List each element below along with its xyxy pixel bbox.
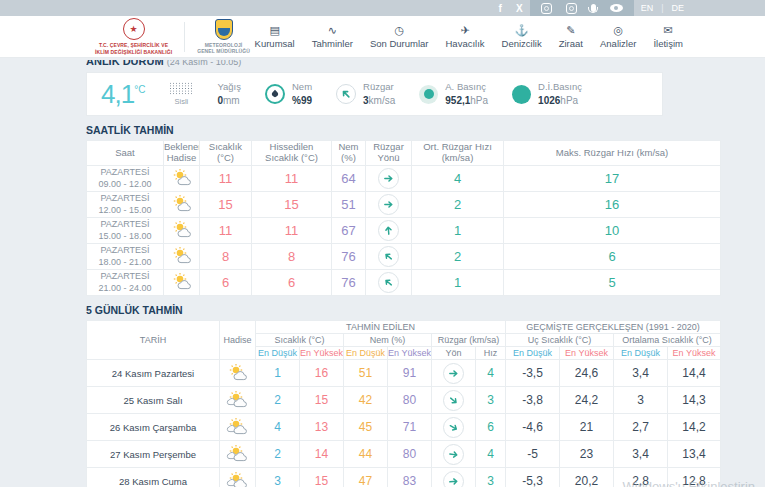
nav-item-son-durumlar[interactable]: ◷ Son Durumlar — [370, 25, 429, 49]
temp-max-cell: 13 — [300, 414, 344, 441]
avg-wind-cell: 1 — [412, 270, 504, 296]
max-wind-cell: 10 — [504, 218, 721, 244]
hour-range: PAZARTESİ09.00 - 12.00 — [87, 166, 164, 192]
wind-direction-cell — [432, 468, 476, 487]
magnifier-icon: ◎ — [613, 25, 623, 36]
wind-arrow-icon — [383, 173, 394, 184]
nav-item-denizcilik[interactable]: ⚓ Denizcilik — [502, 25, 542, 49]
wind-arrow-icon — [446, 419, 461, 434]
wind-arrow-icon — [448, 475, 460, 487]
current-temperature: 4,1°C — [101, 79, 145, 110]
daily-leaf-header-1: En Yüksek — [300, 347, 344, 360]
wind-direction-icon — [378, 220, 399, 241]
mgm-shield-icon — [215, 19, 233, 40]
weather-sun-cloud-icon — [169, 273, 195, 290]
current-title-strip: ANLIK DURUM (24 Kasım - 10.05) — [86, 60, 720, 69]
humidity-max-cell: 80 — [388, 387, 432, 414]
eye-icon[interactable] — [603, 0, 630, 16]
wind-direction-cell — [366, 244, 412, 270]
nav-item-i-leti-im[interactable]: ✉ İletişim — [653, 25, 683, 49]
plane-icon: ✈ — [460, 25, 469, 36]
humidity-cell: 64 — [332, 166, 366, 192]
daily-leaf-header-4: Yön — [432, 347, 476, 360]
average-min-cell: 3,4 — [614, 360, 668, 387]
average-min-cell: 2,7 — [614, 414, 668, 441]
nav-item-label: Havacılık — [446, 38, 485, 49]
hourly-title: SAATLİK TAHMİN — [86, 124, 720, 136]
humidity-max-cell: 83 — [388, 468, 432, 487]
pen-icon: ✎ — [566, 25, 575, 36]
mobile-app-icon-2[interactable] — [559, 0, 584, 16]
wind-direction-icon — [443, 444, 464, 465]
mgm-caption-line2: GENEL MÜDÜRLÜĞÜ — [197, 48, 250, 54]
temp-max-cell: 14 — [300, 441, 344, 468]
nav-item-kurumsal[interactable]: ▤ Kurumsal — [255, 25, 295, 49]
microphone-icon[interactable] — [584, 0, 603, 16]
nav-item-analizler[interactable]: ◎ Analizler — [600, 25, 636, 49]
x-twitter-icon[interactable]: X — [509, 0, 530, 16]
anchor-icon: ⚓ — [515, 25, 529, 36]
nav-item-label: İletişim — [653, 38, 683, 49]
wind-direction-cell — [432, 387, 476, 414]
average-max-cell: 14,4 — [668, 360, 721, 387]
expected-condition — [164, 192, 200, 218]
nav-item-label: Ziraat — [559, 38, 583, 49]
building-icon: ▤ — [269, 25, 279, 36]
water-drop-icon — [265, 84, 285, 104]
facebook-icon[interactable]: f — [492, 0, 509, 16]
sub-temp-header: Sıcaklık (°C) — [256, 334, 344, 347]
feels-like-cell: 11 — [252, 218, 332, 244]
mgm-logo[interactable]: METEOROLOJİ GENEL MÜDÜRLÜĞÜ — [197, 19, 250, 55]
lang-de-link[interactable]: DE — [664, 0, 691, 16]
hourly-row: PAZARTESİ21.00 - 24.00 6 6 76 1 5 — [87, 270, 721, 296]
hourly-row: PAZARTESİ09.00 - 12.00 11 11 64 4 17 — [87, 166, 721, 192]
temp-min-cell: 4 — [256, 414, 300, 441]
wind-direction-icon — [378, 194, 399, 215]
max-wind-cell: 17 — [504, 166, 721, 192]
chart-icon: ∿ — [328, 25, 337, 36]
current-condition: Sisli — [169, 82, 193, 106]
wind-arrow-icon — [448, 368, 459, 379]
wind-direction-icon — [443, 417, 464, 438]
sea-level-pressure-item: D.İ.Basınç 1026hPa — [512, 81, 582, 106]
humidity-label: Nem — [292, 81, 312, 93]
daily-leaf-header-2: En Düşük — [344, 347, 388, 360]
nav-item-tahminler[interactable]: ∿ Tahminler — [312, 25, 353, 49]
temp-max-cell: 16 — [300, 360, 344, 387]
logo-divider — [184, 22, 185, 52]
hourly-column-header-0: Saat — [87, 141, 164, 166]
wind-direction-cell — [432, 441, 476, 468]
windows-watermark: Windows'u Etkinleştirin — [622, 479, 755, 487]
actual-pressure-value: 952,1 — [445, 95, 470, 106]
actual-pressure-label: A. Basınç — [445, 81, 488, 93]
hourly-column-header-2: Sıcaklık (°C) — [200, 141, 252, 166]
max-wind-cell: 6 — [504, 244, 721, 270]
ministry-logo[interactable]: ★ T.C. ÇEVRE, ŞEHİRCİLİK VE İKLİM DEĞİŞİ… — [95, 18, 172, 55]
wind-speed-cell: 4 — [476, 441, 506, 468]
extreme-min-cell: -5 — [506, 441, 560, 468]
date-cell: 27 Kasım Perşembe — [87, 441, 220, 468]
hourly-header-row: SaatBeklenen HadiseSıcaklık (°C)Hissedil… — [87, 141, 721, 166]
nav-item-label: Son Durumlar — [370, 38, 429, 49]
sea-level-pressure-label: D.İ.Basınç — [538, 81, 582, 93]
hourly-row: PAZARTESİ15.00 - 18.00 11 11 67 1 10 — [87, 218, 721, 244]
wind-speed-cell: 6 — [476, 414, 506, 441]
wind-direction-cell — [432, 414, 476, 441]
expected-condition — [164, 244, 200, 270]
lang-en-link[interactable]: EN — [634, 0, 661, 16]
ministry-emblem-icon: ★ — [123, 18, 145, 40]
weather-sun-clouds-icon — [225, 445, 251, 462]
wind-speed-cell: 3 — [476, 468, 506, 487]
mobile-app-icon-1[interactable] — [534, 0, 559, 16]
hourly-column-header-3: Hissedilen Sıcaklık (°C) — [252, 141, 332, 166]
humidity-max-cell: 91 — [388, 360, 432, 387]
actual-pressure-item: A. Basınç 952,1hPa — [419, 81, 488, 106]
nav-item-ziraat[interactable]: ✎ Ziraat — [559, 25, 583, 49]
hourly-column-header-4: Nem (%) — [332, 141, 366, 166]
feels-like-cell: 6 — [252, 270, 332, 296]
daily-row: 27 Kasım Perşembe 2 14 44 80 4 -5 23 3,4… — [87, 441, 721, 468]
temp-min-cell: 1 — [256, 360, 300, 387]
nav-item-havac-l-k[interactable]: ✈ Havacılık — [446, 25, 485, 49]
col-date-header: TARİH — [87, 321, 220, 360]
daily-title: 5 GÜNLÜK TAHMİN — [86, 304, 720, 316]
